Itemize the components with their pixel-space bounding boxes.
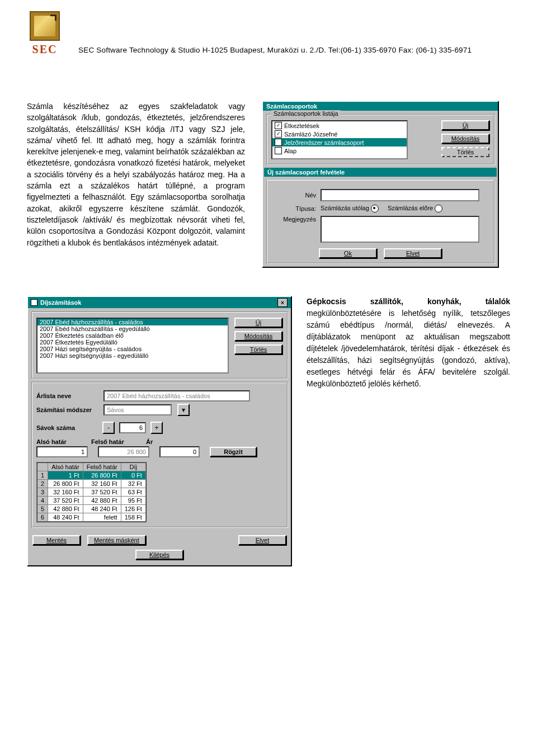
logo-icon — [30, 11, 60, 41]
group-list-legend: Számlacsoportok listája — [271, 110, 341, 117]
list-item-label: Alap — [284, 148, 296, 154]
list-item[interactable]: 2007 Ebéd házhozszállítás - egyedülálló — [37, 325, 228, 332]
intro-paragraph: Számla készítéséhez az egyes szakfeladat… — [27, 101, 245, 248]
list-item[interactable]: 2007 Házi segítségnyújtás - egyedülálló — [37, 352, 228, 359]
exit-button[interactable]: Kilépés — [135, 550, 183, 560]
cell-dij: 126 Ft — [121, 505, 146, 513]
subheader-new: Új számlacsoport felvétele — [264, 168, 497, 177]
list-item[interactable]: ✓Számlázó Józsefné — [272, 130, 407, 138]
cell-dij: 63 Ft — [121, 488, 146, 497]
select-szmod[interactable]: Sávos — [103, 404, 172, 415]
plus-button[interactable]: + — [150, 422, 163, 434]
checkbox-icon[interactable]: ✓ — [275, 139, 282, 146]
radio-utolag-label[interactable]: Számlázás utólag — [321, 205, 379, 212]
logo: SEC — [27, 11, 63, 56]
dij-modify-button[interactable]: Módosítás — [234, 331, 282, 341]
cell-felso: 37 520 Ft — [83, 488, 121, 497]
close-icon[interactable]: × — [277, 298, 288, 307]
rogzit-button[interactable]: Rögzit — [210, 447, 257, 457]
table-row[interactable]: 542 880 Ft48 240 Ft126 Ft — [37, 505, 146, 513]
input-nev[interactable] — [321, 189, 479, 201]
table-row[interactable]: 11 Ft26 800 Ft0 Ft — [37, 471, 146, 480]
input-also[interactable]: 1 — [36, 446, 88, 457]
table-row[interactable]: 332 160 Ft37 520 Ft63 Ft — [37, 488, 146, 497]
row-number: 5 — [37, 505, 48, 513]
input-felso[interactable]: 26 800 — [98, 446, 149, 457]
input-arlista[interactable]: 2007 Ebéd házhozszállítás - családos — [103, 390, 250, 401]
checkbox-icon[interactable] — [275, 147, 282, 154]
dropdown-icon[interactable]: ▾ — [177, 404, 190, 416]
input-savok[interactable]: 6 — [119, 422, 146, 433]
cell-also: 37 520 Ft — [48, 497, 83, 505]
window-dijszamitasok: Díjszámítások × 2007 Ebéd házhozszállítá… — [27, 296, 292, 566]
grid-header — [37, 462, 48, 471]
cell-also: 48 240 Ft — [48, 513, 83, 522]
grid-header: Alsó határ — [48, 462, 83, 471]
dij-grid[interactable]: Alsó határFelső határDíj11 Ft26 800 Ft0 … — [36, 462, 147, 522]
row-number: 6 — [37, 513, 48, 522]
cancel-button[interactable]: Elvet — [384, 248, 442, 258]
dij-listbox[interactable]: 2007 Ebéd házhozszállítás - családos2007… — [36, 318, 229, 374]
table-row[interactable]: 226 800 Ft32 160 Ft32 Ft — [37, 480, 146, 488]
cell-felso: 48 240 Ft — [83, 505, 121, 513]
app-icon — [31, 300, 37, 305]
cell-dij: 0 Ft — [121, 471, 146, 480]
cell-felso: felett — [83, 513, 121, 522]
save-button[interactable]: Mentés — [32, 535, 81, 545]
title-text: Számlacsoportok — [266, 103, 317, 110]
groupbox-dij-list: 2007 Ebéd házhozszállítás - családos2007… — [31, 311, 288, 379]
list-item[interactable]: 2007 Étkeztetés családban élő — [37, 332, 228, 339]
grid-header: Díj — [121, 462, 146, 471]
paragraph-2: Gépkocsis szállítók, konyhák, tálalók me… — [307, 296, 510, 390]
table-row[interactable]: 437 520 Ft42 880 Ft95 Ft — [37, 497, 146, 505]
label-savok: Sávok száma — [36, 424, 98, 431]
titlebar-szamlacsoportok[interactable]: Számlacsoportok — [263, 102, 498, 111]
ok-button[interactable]: Ok — [319, 248, 377, 258]
label-arlista: Árlista neve — [36, 393, 98, 399]
cell-also: 32 160 Ft — [48, 488, 83, 497]
radio-elore[interactable] — [435, 205, 442, 212]
hdr-also: Alsó határ — [36, 438, 81, 445]
saveas-button[interactable]: Mentés másként — [87, 535, 146, 545]
list-item[interactable]: 2007 Házi segítségnyújtás - családos — [37, 346, 228, 352]
para2-lead: Gépkocsis szállítók, konyhák, tálalók — [307, 297, 510, 306]
checkbox-icon[interactable]: ✓ — [275, 122, 282, 129]
modify-button[interactable]: Módosítás — [441, 134, 489, 144]
table-row[interactable]: 648 240 Ftfelett158 Ft — [37, 513, 146, 522]
cell-felso: 32 160 Ft — [83, 480, 121, 488]
list-item[interactable]: 2007 Étkeztetés Egyedülálló — [37, 339, 228, 346]
radio-utolag[interactable] — [371, 205, 379, 212]
dij-new-button[interactable]: Új — [234, 318, 282, 328]
cell-felso: 42 880 Ft — [83, 497, 121, 505]
groupbox-new: Név Típusa: Számlázás utólag Számlázás e… — [266, 180, 494, 263]
label-tipus: Típusa: — [271, 205, 316, 212]
checkbox-icon[interactable]: ✓ — [275, 130, 282, 138]
cell-dij: 95 Ft — [121, 497, 146, 505]
row-number: 4 — [37, 497, 48, 505]
new-button[interactable]: Új — [441, 120, 489, 130]
row-number: 1 — [37, 471, 48, 480]
list-item[interactable]: ✓Jelzőrendszer számlacsoport — [272, 138, 407, 147]
minus-button[interactable]: - — [102, 422, 115, 434]
radio-elore-label[interactable]: Számlázás előre — [388, 205, 442, 212]
list-item[interactable]: ✓Étkeztetések — [272, 121, 407, 130]
grid-header: Felső határ — [83, 462, 121, 471]
list-item[interactable]: Alap — [272, 147, 407, 155]
window-szamlacsoportok: Számlacsoportok Számlacsoportok listája … — [262, 101, 499, 268]
intro-text: Számla készítéséhez az egyes szakfeladat… — [27, 102, 245, 247]
list-item-label: Jelzőrendszer számlacsoport — [284, 139, 364, 146]
szamlacsoport-listbox[interactable]: ✓Étkeztetések✓Számlázó Józsefné✓Jelzőren… — [271, 120, 408, 159]
list-item-label: Számlázó Józsefné — [284, 131, 337, 138]
list-item[interactable]: 2007 Ebéd házhozszállítás - családos — [37, 319, 228, 325]
title-text-dij: Díjszámítások — [40, 299, 81, 306]
textarea-megj[interactable] — [321, 216, 479, 243]
input-ar[interactable]: 0 — [159, 446, 200, 457]
para2-rest: megkülönböztetésére is lehetőség nyílik,… — [307, 309, 510, 388]
hdr-felso: Felső határ — [91, 438, 136, 445]
groupbox-arlista: Árlista neve 2007 Ebéd házhozszállítás -… — [31, 382, 288, 527]
elvet-button[interactable]: Elvet — [238, 535, 286, 545]
dij-delete-button[interactable]: Törlés — [234, 344, 282, 355]
cell-dij: 158 Ft — [121, 513, 146, 522]
delete-button[interactable]: Törlés — [441, 147, 489, 157]
titlebar-dijszam[interactable]: Díjszámítások × — [28, 297, 291, 308]
